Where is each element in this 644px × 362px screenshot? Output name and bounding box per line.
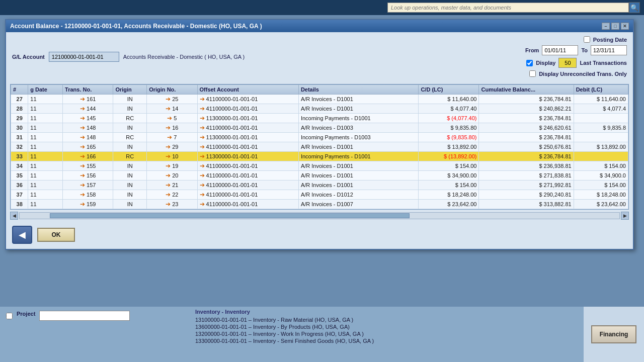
cell-cd: $ 34,900.00	[419, 171, 479, 180]
display-checkbox[interactable]	[526, 60, 533, 66]
search-input[interactable]	[387, 3, 629, 13]
top-bar: 🔍	[0, 0, 644, 15]
cell-num: 38	[11, 200, 28, 209]
cell-cd: $ 9,835.80	[419, 123, 479, 133]
table-row[interactable]: 37 11 ➔ 158 IN ➔ 22 ➔ 41100000-01-001-01…	[11, 190, 628, 200]
cell-offset: ➔ 41100000-01-001-01	[197, 180, 298, 190]
gl-account-input[interactable]	[49, 52, 119, 62]
cell-cum-balance: $ 246,620.61	[479, 123, 574, 133]
unreconciled-row: Display Unreconciled Trans. Only	[529, 70, 627, 77]
table-row[interactable]: 31 11 ➔ 148 RC ➔ 7 ➔ 11300000-01-001-01 …	[11, 133, 628, 142]
cell-debit	[574, 152, 628, 161]
table-row[interactable]: 34 11 ➔ 155 IN ➔ 19 ➔ 41100000-01-001-01…	[11, 161, 628, 171]
cell-debit: $ 9,835.8	[574, 123, 628, 133]
table-row[interactable]: 29 11 ➔ 145 RC ➔ 5 ➔ 11300000-01-001-01 …	[11, 114, 628, 123]
cell-origin-no: ➔ 20	[147, 171, 197, 180]
cell-cum-balance: $ 236,784.81	[479, 133, 574, 142]
last-transactions-label: Last Transactions	[580, 60, 627, 66]
cell-details: A/R Invoices - D1001	[298, 104, 418, 114]
back-button[interactable]: ◀	[12, 226, 32, 244]
cell-cum-balance: $ 271,992.81	[479, 180, 574, 190]
cell-date: 11	[28, 142, 63, 152]
inventory-title: Inventory - Inventory	[195, 309, 580, 315]
cell-debit: $ 13,892.00	[574, 142, 628, 152]
project-checkbox[interactable]	[6, 313, 13, 319]
col-num: #	[11, 85, 28, 95]
cell-num: 30	[11, 123, 28, 133]
to-date-input[interactable]	[591, 45, 627, 55]
inventory-item-4[interactable]: 13300000-01-001-01 – Inventory - Semi Fi…	[195, 337, 580, 344]
table-row[interactable]: 35 11 ➔ 156 IN ➔ 20 ➔ 41100000-01-001-01…	[11, 171, 628, 180]
last-trans-input[interactable]	[558, 58, 577, 68]
inventory-item-3[interactable]: 13200000-01-001-01 – Inventory - Work In…	[195, 330, 580, 337]
cell-debit: $ 23,642.00	[574, 200, 628, 209]
cell-offset: ➔ 11300000-01-001-01	[197, 152, 298, 161]
cell-date: 11	[28, 123, 63, 133]
cell-origin: IN	[113, 190, 147, 200]
cell-num: 31	[11, 133, 28, 142]
lower-left-panel: Project	[0, 307, 191, 362]
posting-date-row: Posting Date	[584, 36, 627, 43]
cell-cd: $ 4,077.40	[419, 104, 479, 114]
cell-trans: ➔ 148	[63, 133, 113, 142]
date-range-row: From To	[525, 45, 627, 55]
cell-cd: $ 154.00	[419, 180, 479, 190]
unreconciled-label: Display Unreconciled Trans. Only	[539, 71, 627, 77]
cell-trans: ➔ 155	[63, 161, 113, 171]
inventory-item-2[interactable]: 13600000-01-001-01 – Inventory - By Prod…	[195, 323, 580, 330]
col-details: Details	[298, 85, 418, 95]
restore-button[interactable]: □	[611, 23, 619, 30]
project-input[interactable]	[39, 311, 130, 321]
ok-button[interactable]: OK	[37, 228, 75, 242]
cell-num: 34	[11, 161, 28, 171]
inventory-item-1[interactable]: 13100000-01-001-01 – Inventory - Raw Mat…	[195, 316, 580, 323]
titlebar-buttons: – □ ✕	[602, 23, 629, 30]
cell-origin-no: ➔ 16	[147, 123, 197, 133]
cell-cd: $ (13,892.00)	[419, 152, 479, 161]
cell-details: Incoming Payments - D1003	[298, 133, 418, 142]
scroll-thumb[interactable]	[50, 213, 410, 218]
project-label: Project	[17, 311, 35, 317]
table-row[interactable]: 36 11 ➔ 157 IN ➔ 21 ➔ 41100000-01-001-01…	[11, 180, 628, 190]
financing-button[interactable]: Financing	[591, 325, 636, 343]
table-row[interactable]: 33 11 ➔ 166 RC ➔ 10 ➔ 11300000-01-001-01…	[11, 152, 628, 161]
scroll-right-button[interactable]: ▶	[621, 212, 629, 220]
cell-cum-balance: $ 236,938.81	[479, 161, 574, 171]
cell-num: 28	[11, 104, 28, 114]
table-row[interactable]: 32 11 ➔ 165 IN ➔ 29 ➔ 41100000-01-001-01…	[11, 142, 628, 152]
cell-num: 29	[11, 114, 28, 123]
unreconciled-checkbox[interactable]	[529, 70, 536, 77]
cell-details: A/R Invoices - D1001	[298, 95, 418, 104]
cell-debit: $ 34,900.0	[574, 171, 628, 180]
cell-offset: ➔ 11300000-01-001-01	[197, 114, 298, 123]
col-origin: Origin	[113, 85, 147, 95]
cell-origin-no: ➔ 7	[147, 133, 197, 142]
scroll-left-button[interactable]: ◀	[10, 212, 18, 220]
search-button[interactable]: 🔍	[629, 2, 640, 13]
scroll-track[interactable]	[19, 212, 620, 219]
cell-details: Incoming Payments - D1001	[298, 152, 418, 161]
close-button[interactable]: ✕	[621, 23, 629, 30]
posting-date-checkbox[interactable]	[584, 36, 590, 43]
cell-origin: RC	[113, 152, 147, 161]
cell-num: 27	[11, 95, 28, 104]
table-row[interactable]: 38 11 ➔ 159 IN ➔ 23 ➔ 41100000-01-001-01…	[11, 200, 628, 209]
cell-origin: IN	[113, 161, 147, 171]
minimize-button[interactable]: –	[602, 23, 610, 30]
cell-date: 11	[28, 200, 63, 209]
cell-cum-balance: $ 290,240.81	[479, 190, 574, 200]
cell-debit	[574, 133, 628, 142]
table-row[interactable]: 27 11 ➔ 161 IN ➔ 25 ➔ 41100000-01-001-01…	[11, 95, 628, 104]
horizontal-scrollbar[interactable]: ◀ ▶	[10, 212, 629, 220]
cell-offset: ➔ 11300000-01-001-01	[197, 133, 298, 142]
table-row[interactable]: 28 11 ➔ 144 IN ➔ 14 ➔ 41100000-01-001-01…	[11, 104, 628, 114]
table-row[interactable]: 30 11 ➔ 148 IN ➔ 16 ➔ 41100000-01-001-01…	[11, 123, 628, 133]
cell-date: 11	[28, 133, 63, 142]
account-name-text: Accounts Receivable - Domestic ( HO, USA…	[123, 54, 245, 60]
cell-origin: IN	[113, 171, 147, 180]
cell-origin: IN	[113, 123, 147, 133]
cell-num: 32	[11, 142, 28, 152]
cell-trans: ➔ 159	[63, 200, 113, 209]
from-date-input[interactable]	[542, 45, 578, 55]
cell-num: 36	[11, 180, 28, 190]
